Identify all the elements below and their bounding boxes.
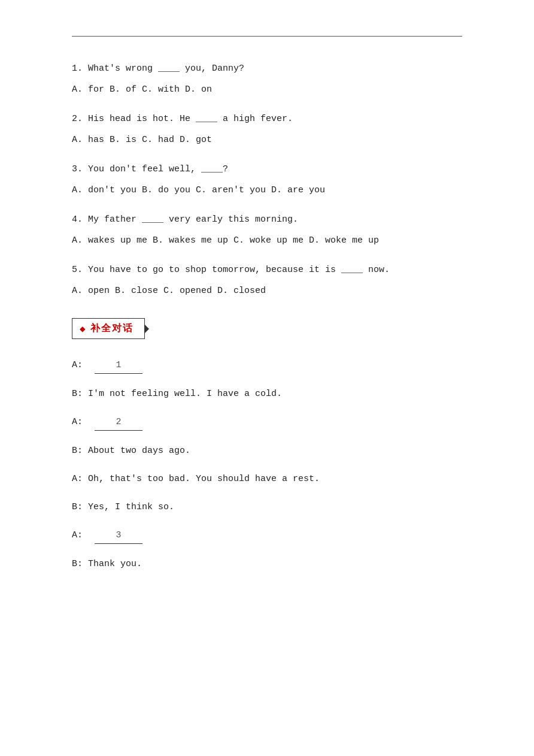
dialog-speaker-8: B: Thank you.	[72, 559, 142, 569]
dialog-speaker-4: B: About two days ago.	[72, 446, 190, 456]
dialog-line-5: A: Oh, that's too bad. You should have a…	[72, 471, 462, 487]
dialog-speaker-5: A: Oh, that's too bad. You should have a…	[72, 474, 320, 484]
dialog-speaker-6: B: Yes, I think so.	[72, 502, 174, 512]
question-3-text: 3. You don't feel well, ____?	[72, 161, 462, 177]
question-4-text: 4. My father ____ very early this mornin…	[72, 211, 462, 228]
section-header: ◆ 补全对话	[72, 318, 145, 339]
question-4: 4. My father ____ very early this mornin…	[72, 211, 462, 249]
question-2-text: 2. His head is hot. He ____ a high fever…	[72, 111, 462, 127]
questions-section: 1. What's wrong ____ you, Danny? A. for …	[72, 61, 462, 299]
dialog-line-2: B: I'm not feeling well. I have a cold.	[72, 386, 462, 402]
question-4-options: A. wakes up me B. wakes me up C. woke up…	[72, 232, 462, 249]
dialog-line-3: A: 2	[72, 414, 462, 431]
dialog-line-8: B: Thank you.	[72, 556, 462, 572]
question-5-options: A. open B. close C. opened D. closed	[72, 283, 462, 299]
dialog-speaker-7: A:	[72, 530, 88, 540]
dialog-blank-1: 1	[95, 357, 142, 374]
top-divider	[72, 36, 462, 37]
section-title: 补全对话	[90, 322, 134, 335]
dialog-blank-2: 2	[95, 414, 142, 431]
dialog-blank-3: 3	[95, 527, 142, 544]
question-2: 2. His head is hot. He ____ a high fever…	[72, 111, 462, 148]
diamond-icon: ◆	[80, 323, 86, 335]
page: 1. What's wrong ____ you, Danny? A. for …	[0, 0, 534, 756]
dialog-section: A: 1 B: I'm not feeling well. I have a c…	[72, 357, 462, 572]
question-5: 5. You have to go to shop tomorrow, beca…	[72, 262, 462, 299]
dialog-speaker-3: A:	[72, 417, 88, 427]
dialog-line-4: B: About two days ago.	[72, 443, 462, 459]
dialog-speaker-2: B: I'm not feeling well. I have a cold.	[72, 389, 282, 399]
dialog-line-7: A: 3	[72, 527, 462, 544]
dialog-line-6: B: Yes, I think so.	[72, 499, 462, 515]
question-3-options: A. don't you B. do you C. aren't you D. …	[72, 182, 462, 198]
question-1-text: 1. What's wrong ____ you, Danny?	[72, 61, 462, 77]
question-3: 3. You don't feel well, ____? A. don't y…	[72, 161, 462, 198]
dialog-speaker-1: A:	[72, 360, 88, 370]
question-1-options: A. for B. of C. with D. on	[72, 81, 462, 98]
question-1: 1. What's wrong ____ you, Danny? A. for …	[72, 61, 462, 98]
question-5-text: 5. You have to go to shop tomorrow, beca…	[72, 262, 462, 278]
dialog-line-1: A: 1	[72, 357, 462, 374]
question-2-options: A. has B. is C. had D. got	[72, 132, 462, 148]
